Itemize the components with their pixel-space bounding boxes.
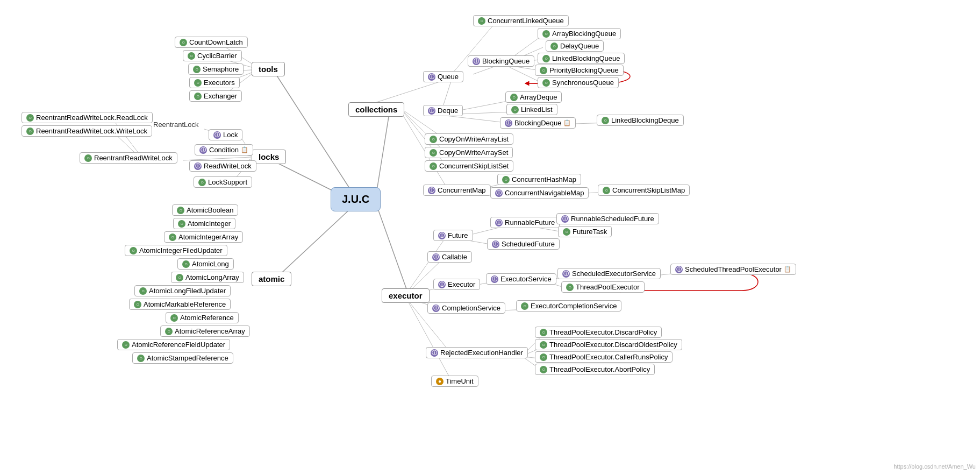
queue-node: ⓘ Queue xyxy=(423,71,463,82)
linkedlist-node: ○ LinkedList xyxy=(506,104,557,115)
svg-line-4 xyxy=(376,204,409,295)
reh-node: ⓘ RejectedExecutionHandler xyxy=(426,347,528,358)
ab-icon: ○ xyxy=(177,207,184,214)
dq-icon: ○ xyxy=(550,43,558,50)
bq-node: ⓘ BlockingQueue xyxy=(468,55,534,67)
alfu-icon: ○ xyxy=(139,287,147,295)
ft-node: ○ FutureTask xyxy=(558,226,612,237)
sf-label: ScheduledFuture xyxy=(502,240,555,248)
readlock-node: ○ ReentrantReadWriteLock.ReadLock xyxy=(22,112,153,123)
cnm-icon: ⓘ xyxy=(495,189,503,197)
ala-icon: ○ xyxy=(176,274,183,281)
locksupport-label: LockSupport xyxy=(208,178,247,186)
tpe-label: ThreadPoolExecutor xyxy=(576,283,640,291)
bdeque-icon: ⓘ xyxy=(505,119,512,127)
atomic-integer-array-node: ○ AtomicIntegerArray xyxy=(164,231,243,243)
dop-node: ○ ThreadPoolExecutor.DiscardOldestPolicy xyxy=(535,339,682,350)
callable-label: Callable xyxy=(442,253,467,261)
locks-title: locks xyxy=(259,152,279,161)
ft-label: FutureTask xyxy=(573,228,607,236)
cs-label: CompletionService xyxy=(442,304,500,312)
semaphore-icon: ○ xyxy=(193,66,201,73)
ap-label: ThreadPoolExecutor.AbortPolicy xyxy=(549,365,650,373)
amr-label: AtomicMarkableReference xyxy=(144,300,226,308)
cyclic-icon: ○ xyxy=(188,52,195,60)
cslm-icon: ○ xyxy=(603,187,610,194)
ses-label: ScheduledExecutorService xyxy=(572,270,656,278)
ecs-node: ○ ExecutorCompletionService xyxy=(516,300,621,312)
readlock-label: ReentrantReadWriteLock.ReadLock xyxy=(36,114,148,122)
arefa-icon: ○ xyxy=(165,328,173,335)
es-label: ExecutorService xyxy=(500,275,552,283)
pbq-label: PriorityBlockingQueue xyxy=(549,66,619,74)
sq-node: ○ SynchronousQueue xyxy=(538,77,619,88)
collections-group: collections xyxy=(348,102,404,117)
cmap-label: ConcurrentMap xyxy=(438,186,486,194)
reentrantlock-node: ReentrantLock xyxy=(153,121,199,129)
locksupport-node: ○ LockSupport xyxy=(194,176,252,188)
ll-label: LinkedList xyxy=(521,105,553,114)
rwlock-label: ReadWriteLock xyxy=(204,162,252,170)
asr-icon: ○ xyxy=(137,355,145,362)
clq-node: ○ ConcurrentLinkedQueue xyxy=(473,15,569,26)
juc-label: J.U.C xyxy=(331,187,381,211)
asr-label: AtomicStampedReference xyxy=(147,354,228,362)
future-label: Future xyxy=(448,231,468,239)
ab-label: AtomicBoolean xyxy=(187,206,233,214)
csls-label: ConcurrentSkipListSet xyxy=(439,162,509,170)
rf-icon: ⓘ xyxy=(495,219,503,227)
stpe-label: ScheduledThreadPoolExecutor xyxy=(685,265,782,273)
amr-icon: ○ xyxy=(134,301,141,308)
clq-icon: ○ xyxy=(478,17,485,25)
rsf-node: ⓘ RunnableScheduledFuture xyxy=(556,213,659,224)
aifu-label: AtomicIntegerFiledUpdater xyxy=(139,246,223,254)
atomic-ref-fu-node: ○ AtomicReferenceFieldUpdater xyxy=(117,339,230,350)
semaphore-label: Semaphore xyxy=(203,65,239,73)
rrwlock-label: ReentrantReadWriteLock xyxy=(94,154,173,162)
atomic-integer-node: ○ AtomicInteger xyxy=(173,218,235,229)
dq-label: DelayQueue xyxy=(560,42,599,50)
ses-icon: ⓘ xyxy=(562,270,570,278)
es-node: ⓘ ExecutorService xyxy=(486,273,556,285)
svg-line-43 xyxy=(409,302,452,381)
writelock-label: ReentrantReadWriteLock.WriteLock xyxy=(36,127,147,135)
crp-icon: ○ xyxy=(540,353,547,361)
watermark: https://blog.csdn.net/Amen_Wu xyxy=(893,463,976,470)
reh-label: RejectedExecutionHandler xyxy=(440,349,523,357)
atomic-ref-array-node: ○ AtomicReferenceArray xyxy=(160,326,250,337)
cowas-node: ○ CopyOnWriteArraySet xyxy=(425,147,513,158)
atomic-stamped-node: ○ AtomicStampedReference xyxy=(132,352,233,364)
bq-icon: ⓘ xyxy=(473,58,480,65)
queue-icon: ⓘ xyxy=(428,73,435,81)
tools-label: tools xyxy=(252,62,285,76)
locks-label: locks xyxy=(252,150,286,164)
ecs-label: ExecutorCompletionService xyxy=(531,302,617,310)
sf-icon: ⓘ xyxy=(492,240,499,248)
condition-node: ⓘ Condition 📋 xyxy=(195,144,253,155)
locksupport-icon: ○ xyxy=(198,179,206,186)
ai-icon: ○ xyxy=(178,220,185,228)
writelock-icon: ○ xyxy=(26,128,34,135)
executor-node: ⓘ Executor xyxy=(433,279,480,290)
stpe-icon: ⓘ xyxy=(675,266,683,273)
center-node: J.U.C xyxy=(331,187,381,211)
aifu-icon: ○ xyxy=(130,247,137,254)
condition-badge: 📋 xyxy=(241,146,248,153)
countdown-label: CountDownLatch xyxy=(189,38,243,46)
semaphore-node: ○ Semaphore xyxy=(188,63,244,75)
lbq-icon: ○ xyxy=(542,55,550,62)
ai-label: AtomicInteger xyxy=(188,220,231,228)
chm-icon: ○ xyxy=(502,176,510,183)
rrwlock-icon: ○ xyxy=(84,154,92,162)
ll-icon: ○ xyxy=(511,106,519,114)
cs-icon: ⓘ xyxy=(432,305,440,312)
atomic-long-node: ○ AtomicLong xyxy=(177,258,234,270)
collections-title: collections xyxy=(355,105,397,114)
pbq-node: ○ PriorityBlockingQueue xyxy=(535,65,624,76)
cowal-label: CopyOnWriteArrayList xyxy=(439,135,509,143)
ft-icon: ○ xyxy=(563,228,570,236)
atomic-group: atomic xyxy=(252,272,291,286)
cowal-icon: ○ xyxy=(430,136,437,143)
executor-group: executor xyxy=(382,288,430,303)
al-label: AtomicLong xyxy=(192,260,229,268)
